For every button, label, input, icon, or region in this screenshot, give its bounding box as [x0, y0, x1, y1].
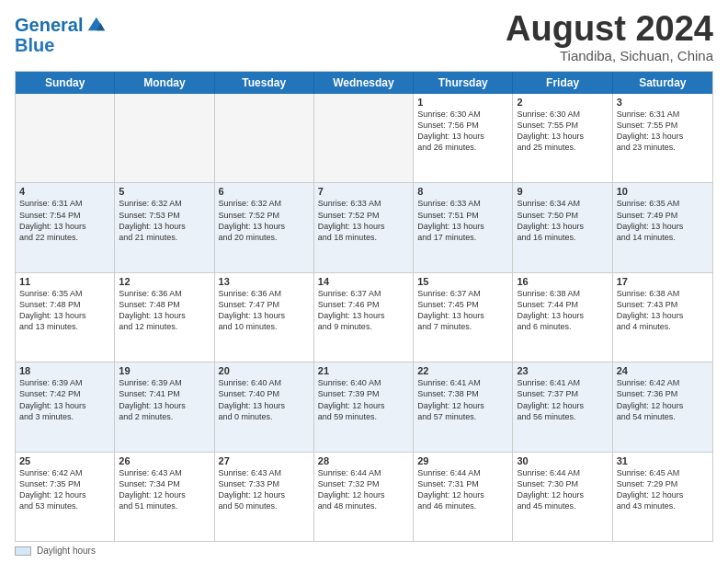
day-number: 27 [219, 455, 310, 466]
calendar: SundayMondayTuesdayWednesdayThursdayFrid… [15, 71, 713, 542]
day-header-tuesday: Tuesday [215, 72, 314, 94]
day-cell-27: 27Sunrise: 6:43 AM Sunset: 7:33 PM Dayli… [215, 453, 314, 541]
week-row-5: 25Sunrise: 6:42 AM Sunset: 7:35 PM Dayli… [16, 453, 712, 541]
day-cell-11: 11Sunrise: 6:35 AM Sunset: 7:48 PM Dayli… [16, 273, 115, 362]
day-header-thursday: Thursday [414, 72, 513, 94]
day-cell-10: 10Sunrise: 6:35 AM Sunset: 7:49 PM Dayli… [613, 183, 712, 271]
day-headers: SundayMondayTuesdayWednesdayThursdayFrid… [16, 72, 712, 94]
month-title: August 2024 [506, 11, 713, 46]
day-cell-25: 25Sunrise: 6:42 AM Sunset: 7:35 PM Dayli… [16, 453, 115, 541]
day-cell-26: 26Sunrise: 6:43 AM Sunset: 7:34 PM Dayli… [115, 453, 214, 541]
day-cell-16: 16Sunrise: 6:38 AM Sunset: 7:44 PM Dayli… [513, 273, 612, 362]
day-info: Sunrise: 6:42 AM Sunset: 7:36 PM Dayligh… [617, 377, 709, 422]
day-number: 21 [318, 365, 409, 376]
day-info: Sunrise: 6:44 AM Sunset: 7:32 PM Dayligh… [318, 467, 409, 512]
week-row-2: 4Sunrise: 6:31 AM Sunset: 7:54 PM Daylig… [16, 183, 712, 272]
day-cell-6: 6Sunrise: 6:32 AM Sunset: 7:52 PM Daylig… [215, 183, 314, 271]
day-cell-empty [314, 94, 414, 182]
day-info: Sunrise: 6:31 AM Sunset: 7:54 PM Dayligh… [19, 198, 110, 243]
day-number: 14 [318, 276, 409, 287]
day-cell-30: 30Sunrise: 6:44 AM Sunset: 7:30 PM Dayli… [513, 453, 612, 541]
day-info: Sunrise: 6:41 AM Sunset: 7:37 PM Dayligh… [517, 377, 608, 422]
day-cell-9: 9Sunrise: 6:34 AM Sunset: 7:50 PM Daylig… [513, 183, 612, 271]
day-header-sunday: Sunday [16, 72, 115, 94]
location: Tiandiba, Sichuan, China [506, 48, 713, 63]
day-cell-20: 20Sunrise: 6:40 AM Sunset: 7:40 PM Dayli… [215, 362, 314, 451]
day-header-friday: Friday [513, 72, 612, 94]
day-info: Sunrise: 6:38 AM Sunset: 7:43 PM Dayligh… [617, 288, 709, 333]
day-info: Sunrise: 6:33 AM Sunset: 7:52 PM Dayligh… [318, 198, 409, 243]
day-number: 22 [417, 365, 508, 376]
day-cell-21: 21Sunrise: 6:40 AM Sunset: 7:39 PM Dayli… [314, 362, 414, 451]
day-info: Sunrise: 6:39 AM Sunset: 7:41 PM Dayligh… [119, 377, 210, 422]
day-info: Sunrise: 6:37 AM Sunset: 7:45 PM Dayligh… [417, 288, 508, 333]
day-number: 11 [19, 276, 110, 287]
day-number: 5 [119, 186, 210, 197]
day-number: 1 [417, 97, 508, 108]
day-cell-empty [115, 94, 214, 182]
day-cell-24: 24Sunrise: 6:42 AM Sunset: 7:36 PM Dayli… [613, 362, 712, 451]
day-number: 3 [617, 97, 709, 108]
day-info: Sunrise: 6:36 AM Sunset: 7:47 PM Dayligh… [219, 288, 310, 333]
day-info: Sunrise: 6:31 AM Sunset: 7:55 PM Dayligh… [617, 109, 709, 154]
day-number: 7 [318, 186, 409, 197]
day-number: 15 [417, 276, 508, 287]
calendar-body: 1Sunrise: 6:30 AM Sunset: 7:56 PM Daylig… [16, 94, 712, 541]
day-info: Sunrise: 6:44 AM Sunset: 7:30 PM Dayligh… [517, 467, 608, 512]
logo-icon [85, 14, 105, 34]
day-cell-12: 12Sunrise: 6:36 AM Sunset: 7:48 PM Dayli… [115, 273, 214, 362]
title-block: August 2024 Tiandiba, Sichuan, China [506, 11, 713, 63]
day-cell-3: 3Sunrise: 6:31 AM Sunset: 7:55 PM Daylig… [613, 94, 712, 182]
day-number: 29 [417, 455, 508, 466]
day-number: 4 [19, 186, 110, 197]
day-header-monday: Monday [115, 72, 214, 94]
day-cell-23: 23Sunrise: 6:41 AM Sunset: 7:37 PM Dayli… [513, 362, 612, 451]
day-cell-1: 1Sunrise: 6:30 AM Sunset: 7:56 PM Daylig… [414, 94, 513, 182]
footer: Daylight hours [15, 546, 713, 556]
day-info: Sunrise: 6:43 AM Sunset: 7:33 PM Dayligh… [219, 467, 310, 512]
day-info: Sunrise: 6:36 AM Sunset: 7:48 PM Dayligh… [119, 288, 210, 333]
day-number: 20 [219, 365, 310, 376]
day-cell-13: 13Sunrise: 6:36 AM Sunset: 7:47 PM Dayli… [215, 273, 314, 362]
day-cell-empty [16, 94, 115, 182]
day-number: 6 [219, 186, 310, 197]
day-info: Sunrise: 6:32 AM Sunset: 7:53 PM Dayligh… [119, 198, 210, 243]
day-cell-18: 18Sunrise: 6:39 AM Sunset: 7:42 PM Dayli… [16, 362, 115, 451]
header: General Blue August 2024 Tiandiba, Sichu… [15, 11, 713, 63]
day-number: 8 [417, 186, 508, 197]
day-cell-4: 4Sunrise: 6:31 AM Sunset: 7:54 PM Daylig… [16, 183, 115, 271]
day-header-saturday: Saturday [613, 72, 712, 94]
day-number: 31 [617, 455, 709, 466]
day-header-wednesday: Wednesday [314, 72, 414, 94]
logo-text: General [15, 15, 83, 35]
day-cell-8: 8Sunrise: 6:33 AM Sunset: 7:51 PM Daylig… [414, 183, 513, 271]
day-info: Sunrise: 6:33 AM Sunset: 7:51 PM Dayligh… [417, 198, 508, 243]
day-info: Sunrise: 6:39 AM Sunset: 7:42 PM Dayligh… [19, 377, 110, 422]
day-info: Sunrise: 6:35 AM Sunset: 7:49 PM Dayligh… [617, 198, 709, 243]
logo: General Blue [15, 15, 105, 55]
day-info: Sunrise: 6:30 AM Sunset: 7:56 PM Dayligh… [417, 109, 508, 154]
day-number: 2 [517, 97, 608, 108]
day-number: 16 [517, 276, 608, 287]
day-info: Sunrise: 6:45 AM Sunset: 7:29 PM Dayligh… [617, 467, 709, 512]
day-number: 30 [517, 455, 608, 466]
day-info: Sunrise: 6:42 AM Sunset: 7:35 PM Dayligh… [19, 467, 110, 512]
day-number: 26 [119, 455, 210, 466]
week-row-1: 1Sunrise: 6:30 AM Sunset: 7:56 PM Daylig… [16, 94, 712, 183]
day-cell-17: 17Sunrise: 6:38 AM Sunset: 7:43 PM Dayli… [613, 273, 712, 362]
day-info: Sunrise: 6:35 AM Sunset: 7:48 PM Dayligh… [19, 288, 110, 333]
day-info: Sunrise: 6:38 AM Sunset: 7:44 PM Dayligh… [517, 288, 608, 333]
day-number: 19 [119, 365, 210, 376]
day-number: 23 [517, 365, 608, 376]
day-cell-29: 29Sunrise: 6:44 AM Sunset: 7:31 PM Dayli… [414, 453, 513, 541]
day-cell-31: 31Sunrise: 6:45 AM Sunset: 7:29 PM Dayli… [613, 453, 712, 541]
day-number: 25 [19, 455, 110, 466]
day-number: 13 [219, 276, 310, 287]
day-info: Sunrise: 6:40 AM Sunset: 7:40 PM Dayligh… [219, 377, 310, 422]
day-info: Sunrise: 6:37 AM Sunset: 7:46 PM Dayligh… [318, 288, 409, 333]
day-info: Sunrise: 6:30 AM Sunset: 7:55 PM Dayligh… [517, 109, 608, 154]
week-row-4: 18Sunrise: 6:39 AM Sunset: 7:42 PM Dayli… [16, 362, 712, 452]
day-number: 28 [318, 455, 409, 466]
day-info: Sunrise: 6:34 AM Sunset: 7:50 PM Dayligh… [517, 198, 608, 243]
day-number: 10 [617, 186, 709, 197]
